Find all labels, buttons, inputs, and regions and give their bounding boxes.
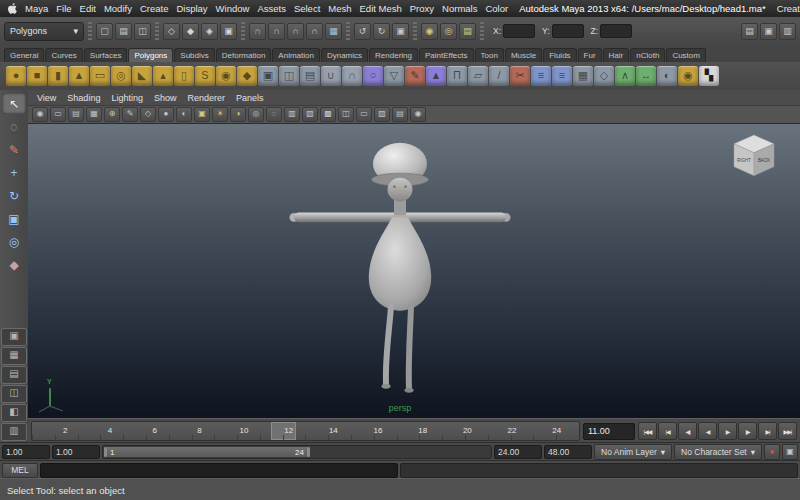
grid-toggle-icon[interactable]: ▩ xyxy=(320,107,336,122)
menubar-item-create[interactable]: Create xyxy=(136,3,173,14)
range-slider[interactable]: 1 24 xyxy=(102,445,492,459)
append-to-polygon-icon[interactable]: ▱ xyxy=(468,66,488,86)
layout-single-pane-button[interactable]: ▣ xyxy=(1,328,27,346)
bridge-icon[interactable]: Π xyxy=(447,66,467,86)
panel-menu-panels[interactable]: Panels xyxy=(236,93,264,103)
gate-mask-icon[interactable]: ▨ xyxy=(374,107,390,122)
layout-four-pane-button[interactable]: ▦ xyxy=(1,347,27,365)
combine-icon[interactable]: ▣ xyxy=(258,66,278,86)
panel-menu-show[interactable]: Show xyxy=(154,93,177,103)
y-input[interactable] xyxy=(552,24,584,38)
shelf-tab-polygons[interactable]: Polygons xyxy=(128,48,173,62)
textured-icon[interactable]: ▣ xyxy=(194,107,210,122)
poly-cube-icon[interactable]: ■ xyxy=(27,66,47,86)
separate-icon[interactable]: ◫ xyxy=(279,66,299,86)
menubar-item-mesh[interactable]: Mesh xyxy=(324,3,355,14)
x-input[interactable] xyxy=(503,24,535,38)
menubar-item-select[interactable]: Select xyxy=(290,3,324,14)
step-forward-frame-button[interactable]: ▶| xyxy=(758,422,777,440)
animation-start-field[interactable]: 1.00 xyxy=(2,445,50,459)
isolate-select-icon[interactable]: ▥ xyxy=(284,107,300,122)
paint-select-tool[interactable]: ✎ xyxy=(2,139,26,160)
command-line-input[interactable] xyxy=(40,463,398,478)
mirror-geometry-icon[interactable]: ↔ xyxy=(636,66,656,86)
shelf-tab-rendering[interactable]: Rendering xyxy=(369,48,418,62)
last-tool-used[interactable]: ◆ xyxy=(2,254,26,275)
snap-to-grid-icon[interactable]: ∩ xyxy=(249,23,266,40)
sculpt-geometry-icon[interactable]: ◐ xyxy=(657,66,677,86)
view-cube-back-face-label[interactable]: BACK xyxy=(758,158,770,163)
menubar-item-normals[interactable]: Normals xyxy=(438,3,481,14)
save-scene-icon[interactable]: ◫ xyxy=(134,23,151,40)
character-set-dropdown[interactable]: No Character Set ▾ xyxy=(674,444,762,460)
viewport-3d[interactable]: Y persp RIGHT BACK xyxy=(28,124,800,418)
cut-faces-icon[interactable]: ✂ xyxy=(510,66,530,86)
add-divisions-icon[interactable]: ▦ xyxy=(573,66,593,86)
apple-menu-icon[interactable] xyxy=(6,2,19,15)
current-time-field[interactable]: 11.00 xyxy=(583,423,635,440)
universal-manipulator-tool[interactable]: ◎ xyxy=(2,231,26,252)
bevel-icon[interactable]: ◇ xyxy=(594,66,614,86)
select-by-component-icon[interactable]: ◈ xyxy=(201,23,218,40)
menubar-item-color[interactable]: Color xyxy=(481,3,512,14)
go-to-end-button[interactable]: ▶▶| xyxy=(778,422,797,440)
poly-cone-icon[interactable]: ▲ xyxy=(69,66,89,86)
grease-pencil-icon[interactable]: ✎ xyxy=(122,107,138,122)
render-settings-icon[interactable]: ▤ xyxy=(459,23,476,40)
play-forwards-button[interactable]: ▶ xyxy=(718,422,737,440)
auto-keyframe-toggle[interactable]: ● xyxy=(764,444,780,460)
select-by-object-icon[interactable]: ◆ xyxy=(182,23,199,40)
view-cube-right-face-label[interactable]: RIGHT xyxy=(737,158,751,163)
snap-to-point-icon[interactable]: ∩ xyxy=(287,23,304,40)
shelf-tab-dynamics[interactable]: Dynamics xyxy=(321,48,368,62)
crease-tool-icon[interactable]: ∧ xyxy=(615,66,635,86)
smooth-icon[interactable]: ○ xyxy=(363,66,383,86)
select-by-hierarchy-icon[interactable]: ◇ xyxy=(163,23,180,40)
field-chart-icon[interactable]: ▤ xyxy=(392,107,408,122)
poly-prism-icon[interactable]: ◣ xyxy=(132,66,152,86)
construction-history-icon[interactable]: ▣ xyxy=(392,23,409,40)
wireframe-icon[interactable]: ◇ xyxy=(140,107,156,122)
character-model[interactable] xyxy=(290,143,511,393)
move-tool[interactable]: + xyxy=(2,162,26,183)
menubar-item-edit[interactable]: Edit xyxy=(76,3,100,14)
tool-settings-toggle-icon[interactable]: ▣ xyxy=(760,23,777,40)
poly-plane-icon[interactable]: ▭ xyxy=(90,66,110,86)
panel-menu-lighting[interactable]: Lighting xyxy=(111,93,143,103)
play-backwards-button[interactable]: ◀ xyxy=(698,422,717,440)
smooth-shade-icon[interactable]: ● xyxy=(158,107,174,122)
boolean-intersection-icon[interactable]: ∩ xyxy=(342,66,362,86)
anim-layer-dropdown[interactable]: No Anim Layer ▾ xyxy=(594,444,672,460)
shelf-tab-subdivs[interactable]: Subdivs xyxy=(174,48,214,62)
2d-pan-zoom-icon[interactable]: ⊕ xyxy=(104,107,120,122)
step-back-frame-button[interactable]: |◀ xyxy=(658,422,677,440)
menubar-item-assets[interactable]: Assets xyxy=(253,3,290,14)
poly-soccer-ball-icon[interactable]: ◉ xyxy=(216,66,236,86)
bookmarks-icon[interactable]: ▤ xyxy=(68,107,84,122)
reduce-icon[interactable]: ▽ xyxy=(384,66,404,86)
poly-cylinder-icon[interactable]: ▮ xyxy=(48,66,68,86)
smooth-mesh-preview-icon[interactable]: ◉ xyxy=(678,66,698,86)
resolution-gate-icon[interactable]: ▭ xyxy=(356,107,372,122)
panel-menu-renderer[interactable]: Renderer xyxy=(187,93,225,103)
menubar-item-proxy[interactable]: Proxy xyxy=(406,3,438,14)
xray-icon[interactable]: ▧ xyxy=(302,107,318,122)
shelf-tab-deformation[interactable]: Deformation xyxy=(216,48,272,62)
menubar-item-modify[interactable]: Modify xyxy=(100,3,136,14)
shelf-tab-animation[interactable]: Animation xyxy=(272,48,320,62)
animation-preferences-button[interactable]: ▣ xyxy=(782,444,798,460)
ipr-render-icon[interactable]: ◎ xyxy=(440,23,457,40)
selection-mask-icon[interactable]: ▣ xyxy=(220,23,237,40)
insert-edge-loop-icon[interactable]: ≡ xyxy=(531,66,551,86)
screen-space-ao-icon[interactable]: ◎ xyxy=(248,107,264,122)
make-live-icon[interactable]: ▦ xyxy=(325,23,342,40)
rotate-tool[interactable]: ↻ xyxy=(2,185,26,206)
snap-to-curve-icon[interactable]: ∩ xyxy=(268,23,285,40)
menubar-item-edit-mesh[interactable]: Edit Mesh xyxy=(356,3,406,14)
shelf-tab-toon[interactable]: Toon xyxy=(475,48,504,62)
view-cube[interactable]: RIGHT BACK xyxy=(734,135,774,176)
snap-to-view-plane-icon[interactable]: ∩ xyxy=(306,23,323,40)
film-gate-icon[interactable]: ◫ xyxy=(338,107,354,122)
layout-two-pane-side-button[interactable]: ◫ xyxy=(1,385,27,403)
select-camera-icon[interactable]: ◉ xyxy=(32,107,48,122)
